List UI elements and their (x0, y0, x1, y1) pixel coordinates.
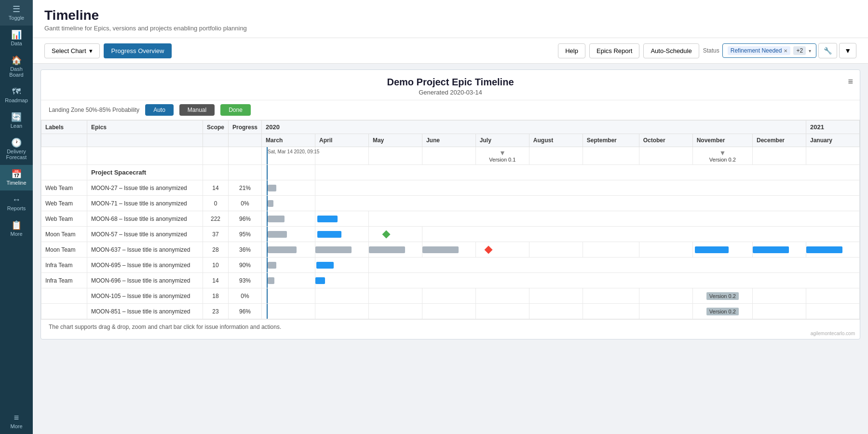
epics-report-label: Epics Report (597, 47, 632, 54)
version-markers-row: Sat, Mar 14 2020, 09:15 ▼ Version 0.1 (41, 147, 860, 165)
sidebar-item-reports[interactable]: 📋 More (0, 216, 33, 242)
timeline-scroll[interactable]: Labels Epics Scope Progress 2020 2021 (41, 120, 860, 319)
th-labels-2 (41, 134, 87, 147)
row4-scope: 37 (203, 227, 229, 242)
row0-march (262, 165, 315, 180)
sidebar-item-toggle[interactable]: ☰ Toggle (0, 0, 33, 26)
row8-dec (752, 288, 806, 304)
chart-area: Demo Project Epic Timeline Generated 202… (33, 64, 868, 434)
sidebar-item-more-label: More (10, 423, 22, 429)
row8-july (475, 288, 529, 304)
row3-labels: Web Team (41, 211, 87, 227)
th-month-october: October (639, 134, 692, 147)
progress-overview-label: Progress Overview (111, 47, 164, 54)
status-tag-text: Refinement Needed (731, 47, 782, 54)
filter-icon: ▼ (844, 47, 851, 54)
vm-march: Sat, Mar 14 2020, 09:15 (262, 147, 315, 165)
sidebar-item-more[interactable]: ≡ More (0, 408, 33, 434)
row3-epics: MOON-68 – Issue title is anonymized (87, 211, 203, 227)
sidebar-item-data[interactable]: 📊 Data (0, 26, 33, 51)
row1-march (262, 180, 315, 196)
sidebar: ☰ Toggle 📊 Data 🏠 DashBoard 🗺 Roadmap 🔄 … (0, 0, 33, 434)
row9-labels (41, 304, 87, 319)
select-chart-arrow-icon: ▾ (89, 47, 93, 54)
row8-march (262, 288, 315, 304)
table-row: Web Team MOON-68 – Issue title is anonym… (41, 211, 860, 227)
sidebar-item-dashboard[interactable]: 🏠 DashBoard (0, 51, 33, 82)
auto-schedule-button[interactable]: Auto-Schedule (643, 43, 699, 58)
row6-rest (368, 258, 859, 273)
help-label: Help (565, 47, 578, 54)
row9-sep (583, 304, 639, 319)
vm-scope (203, 147, 229, 165)
row6-epics: MOON-695 – Issue title is anonymized (87, 258, 203, 273)
row3-scope: 222 (203, 211, 229, 227)
epics-report-button[interactable]: Epics Report (589, 43, 639, 58)
help-button[interactable]: Help (558, 43, 585, 58)
chart-menu-button[interactable]: ≡ (848, 77, 853, 87)
sidebar-item-lean[interactable]: 🔄 Lean (0, 108, 33, 134)
sidebar-item-roadmap[interactable]: 🗺 Roadmap (0, 82, 33, 108)
row8-nov: Version 0.2 (692, 288, 752, 304)
chart-legend-row: Landing Zone 50%-85% Probability Auto Ma… (41, 100, 860, 120)
row7-scope: 14 (203, 273, 229, 288)
row4-rest (422, 227, 859, 242)
landing-zone-label: Landing Zone 50%-85% Probability (49, 107, 139, 113)
status-filter[interactable]: Refinement Needed ✕ +2 ▾ (722, 43, 816, 58)
row4-labels: Moon Team (41, 227, 87, 242)
table-row: Infra Team MOON-695 – Issue title is ano… (41, 258, 860, 273)
row5-march (262, 242, 315, 258)
sidebar-item-links[interactable]: ↔ Reports (0, 190, 33, 216)
auto-button[interactable]: Auto (145, 104, 174, 116)
progress-overview-button[interactable]: Progress Overview (104, 43, 172, 58)
row6-april (315, 258, 369, 273)
status-dropdown-icon[interactable]: ▾ (809, 48, 811, 54)
row3-rest (368, 211, 859, 227)
row2-epics: MOON-71 – Issue title is anonymized (87, 196, 203, 211)
dashboard-icon: 🏠 (11, 56, 22, 65)
reports-icon: 📋 (11, 221, 22, 230)
chart-subtitle: Generated 2020-03-14 (41, 89, 860, 96)
row9-scope: 23 (203, 304, 229, 319)
page-subtitle: Gantt timeline for Epics, versions and p… (44, 25, 856, 32)
row1-progress: 21% (229, 180, 262, 196)
row0-scope (203, 165, 229, 180)
status-plus-count[interactable]: +2 (793, 46, 806, 55)
row5-may (368, 242, 422, 258)
wrench-icon: 🔧 (824, 47, 832, 54)
manual-button[interactable]: Manual (179, 104, 215, 116)
row2-rest (315, 196, 860, 211)
filter-button[interactable]: ▼ (839, 43, 856, 58)
row5-july (475, 242, 529, 258)
row9-june (422, 304, 475, 319)
row2-progress: 0% (229, 196, 262, 211)
th-progress-2 (229, 134, 262, 147)
row6-labels: Infra Team (41, 258, 87, 273)
select-chart-button[interactable]: Select Chart ▾ (44, 43, 100, 58)
row5-june (422, 242, 475, 258)
delivery-icon: 🕐 (11, 138, 22, 147)
status-tag-close-icon[interactable]: ✕ (784, 48, 787, 54)
th-year-2021: 2021 (806, 121, 859, 134)
sidebar-item-delivery-forecast[interactable]: 🕐 DeliveryForecast (0, 134, 33, 165)
row7-april (315, 273, 369, 288)
row1-rest (315, 180, 860, 196)
vm-november: ▼ Version 0.2 (692, 147, 752, 165)
page-header: Timeline Gantt timeline for Epics, versi… (33, 0, 868, 38)
sidebar-item-lean-label: Lean (11, 123, 22, 129)
sidebar-item-timeline[interactable]: 📅 Timeline (0, 165, 33, 190)
row6-progress: 90% (229, 258, 262, 273)
done-button[interactable]: Done (220, 104, 251, 116)
vm-august (529, 147, 583, 165)
row7-progress: 93% (229, 273, 262, 288)
th-month-may: May (368, 134, 422, 147)
sidebar-item-dashboard-label: DashBoard (9, 66, 23, 78)
chart-title: Demo Project Epic Timeline (41, 77, 860, 88)
settings-button[interactable]: 🔧 (818, 43, 837, 58)
th-epics-2 (87, 134, 203, 147)
row5-jan (806, 242, 859, 258)
row9-epics: MOON-851 – Issue title is anonymized (87, 304, 203, 319)
row3-march (262, 211, 315, 227)
row9-oct (639, 304, 692, 319)
vm-july: ▼ Version 0.1 (475, 147, 529, 165)
